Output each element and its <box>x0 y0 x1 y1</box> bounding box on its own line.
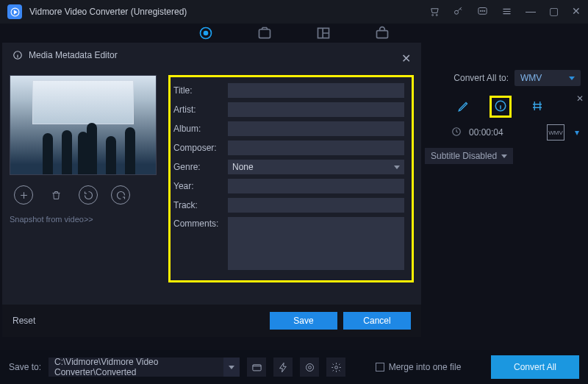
svg-point-18 <box>306 363 313 371</box>
redo-button[interactable] <box>111 185 130 205</box>
metadata-editor-dialog: Media Metadata Editor ✕ Snapshot from vi… <box>2 43 421 337</box>
comments-textarea[interactable] <box>228 217 404 270</box>
item-meta-row: 00:00:04 WMV ▾ <box>419 124 582 141</box>
add-cover-button[interactable] <box>14 185 33 205</box>
composer-input[interactable] <box>228 141 404 155</box>
label-year: Year: <box>173 181 223 191</box>
save-button[interactable]: Save <box>270 312 337 330</box>
svg-point-19 <box>308 366 311 369</box>
year-input[interactable] <box>228 179 404 193</box>
output-format-badge[interactable]: WMV <box>547 124 564 141</box>
main-tabs <box>0 24 588 43</box>
item-toolbar: ✕ <box>419 92 582 121</box>
svg-point-3 <box>436 14 437 15</box>
close-button[interactable]: ✕ <box>572 6 581 18</box>
feedback-icon[interactable] <box>477 6 488 18</box>
open-folder-button[interactable] <box>247 358 266 377</box>
convert-all-button[interactable]: Convert All <box>491 355 579 379</box>
hw-accel-button[interactable] <box>273 358 293 377</box>
minimize-button[interactable]: — <box>526 6 536 18</box>
chevron-down-icon <box>394 166 400 169</box>
tab-toolbox-icon[interactable] <box>375 26 390 40</box>
label-artist: Artist: <box>173 104 223 115</box>
item-duration: 00:00:04 <box>469 127 503 138</box>
genre-select[interactable]: None <box>228 160 404 174</box>
svg-rect-13 <box>377 31 388 38</box>
svg-point-7 <box>482 10 483 11</box>
track-input[interactable] <box>228 198 404 213</box>
merge-checkbox[interactable] <box>376 363 384 371</box>
format-dropdown-caret[interactable]: ▾ <box>575 127 579 138</box>
label-composer: Composer: <box>173 143 223 153</box>
tab-converter[interactable] <box>198 26 213 40</box>
subtitle-value: Subtitle Disabled <box>431 151 497 161</box>
undo-button[interactable] <box>79 185 98 205</box>
title-input[interactable] <box>228 83 404 98</box>
save-to-label: Save to: <box>9 362 41 372</box>
album-input[interactable] <box>228 121 404 136</box>
snapshot-from-video-link[interactable]: Snapshot from video>> <box>10 215 158 224</box>
app-title: Vidmore Video Converter (Unregistered) <box>29 7 429 17</box>
tab-collage-icon[interactable] <box>316 26 331 40</box>
label-title: Title: <box>173 85 223 96</box>
save-path-dropdown[interactable] <box>223 358 240 377</box>
merge-label: Merge into one file <box>389 362 462 372</box>
svg-point-8 <box>484 10 484 11</box>
label-track: Track: <box>173 200 223 210</box>
svg-rect-17 <box>252 364 260 370</box>
tab-compressor-icon[interactable] <box>257 26 272 40</box>
genre-value: None <box>232 162 254 172</box>
subtitle-select[interactable]: Subtitle Disabled <box>425 148 513 164</box>
dialog-title-row: Media Metadata Editor <box>2 43 421 63</box>
save-path-value: C:\Vidmore\Vidmore Video Converter\Conve… <box>54 357 234 377</box>
svg-point-4 <box>455 10 459 14</box>
titlebar: Vidmore Video Converter (Unregistered) —… <box>0 0 588 24</box>
cover-thumbnail[interactable] <box>10 75 157 175</box>
label-album: Album: <box>173 124 223 134</box>
clock-icon <box>451 127 462 139</box>
svg-point-20 <box>334 366 337 369</box>
chevron-down-icon <box>229 366 234 369</box>
label-comments: Comments: <box>173 217 223 229</box>
app-logo-icon <box>7 4 22 19</box>
reset-button[interactable]: Reset <box>12 316 35 326</box>
edit-icon[interactable] <box>457 99 470 115</box>
info-icon <box>12 50 23 60</box>
cart-icon[interactable] <box>429 6 440 18</box>
settings-gear-button[interactable] <box>326 358 345 377</box>
svg-point-6 <box>480 10 481 11</box>
save-path[interactable]: C:\Vidmore\Vidmore Video Converter\Conve… <box>49 358 240 377</box>
svg-rect-11 <box>259 29 270 38</box>
svg-point-2 <box>432 14 434 15</box>
trim-icon[interactable] <box>531 99 544 115</box>
svg-point-10 <box>204 32 208 35</box>
maximize-button[interactable]: ▢ <box>549 6 559 18</box>
label-genre: Genre: <box>173 162 223 172</box>
metadata-info-icon[interactable] <box>494 99 507 115</box>
highlight-info <box>490 96 512 118</box>
bottom-bar: Save to: C:\Vidmore\Vidmore Video Conver… <box>0 350 588 384</box>
dialog-close-icon[interactable]: ✕ <box>401 51 411 65</box>
artist-input[interactable] <box>228 102 404 117</box>
merge-row: Merge into one file <box>376 362 462 372</box>
svg-marker-1 <box>14 10 16 13</box>
chevron-down-icon <box>501 154 507 158</box>
cancel-button[interactable]: Cancel <box>343 312 411 330</box>
dialog-title: Media Metadata Editor <box>29 50 118 60</box>
remove-item-icon[interactable]: ✕ <box>576 93 584 104</box>
key-icon[interactable] <box>453 6 464 18</box>
high-speed-button[interactable] <box>300 358 319 377</box>
delete-cover-button[interactable] <box>46 185 65 205</box>
menu-icon[interactable] <box>501 6 512 18</box>
metadata-form: Title: Artist: Album: Composer: Genre: N… <box>168 75 414 282</box>
